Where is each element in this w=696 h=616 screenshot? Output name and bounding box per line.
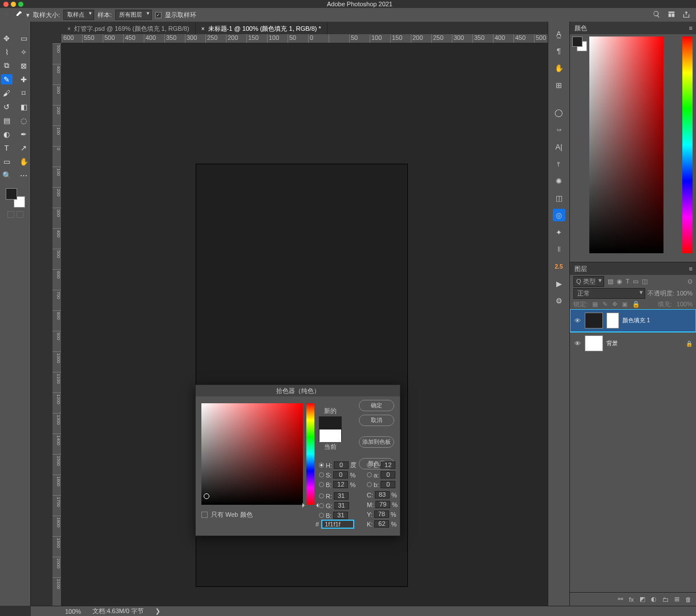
layer-name[interactable]: 背景 [606, 339, 618, 347]
a-radio[interactable] [367, 472, 372, 477]
hue-bar[interactable] [682, 37, 693, 253]
s-input[interactable]: 0 [333, 471, 348, 479]
mask-icon[interactable]: ◩ [640, 595, 645, 603]
link-icon[interactable]: ⚯ [618, 595, 623, 603]
hand-tool[interactable]: ✋ [18, 156, 30, 167]
hex-input[interactable]: 1f1f1f [321, 520, 354, 529]
character-panel-icon[interactable]: A̲ [553, 27, 565, 40]
r-input[interactable]: 31 [334, 492, 349, 500]
visibility-icon[interactable]: 👁 [573, 340, 581, 347]
filter-toggle[interactable]: ⊙ [687, 278, 693, 285]
dodge-tool[interactable]: ◐ [1, 129, 13, 139]
cancel-button[interactable]: 取消 [359, 415, 394, 426]
lock-icon[interactable]: ▦ [592, 301, 598, 308]
m-input[interactable]: 79 [375, 501, 390, 508]
a-input[interactable]: 0 [381, 471, 395, 479]
layer-thumbnail[interactable] [585, 313, 603, 329]
panel-icon-6[interactable]: ◎ [553, 209, 565, 221]
sample-dropdown[interactable]: 所有图层 [115, 10, 152, 20]
lasso-tool[interactable]: ⌇ [1, 47, 13, 57]
current-color-swatch[interactable] [319, 429, 341, 442]
lock-icon[interactable]: 🔒 [632, 301, 640, 308]
sample-size-dropdown[interactable]: 取样点 [63, 10, 94, 20]
l-input[interactable]: 12 [381, 461, 395, 469]
glyphs-panel-icon[interactable]: ⊞ [553, 79, 565, 91]
close-window[interactable] [3, 2, 9, 7]
opacity-value[interactable]: 100% [677, 290, 693, 297]
panel-icon-3[interactable]: ⫯ [553, 157, 565, 170]
quickmask-icon[interactable] [7, 211, 14, 218]
path-tool[interactable]: ↗ [18, 143, 30, 153]
share-icon[interactable] [682, 10, 690, 19]
brush-tool[interactable]: 🖌 [1, 88, 13, 98]
ruler-vertical[interactable]: 5004003002001000100200300400500600700800… [52, 43, 62, 606]
paragraph-panel-icon[interactable]: ¶ [553, 44, 565, 57]
close-tab-icon[interactable]: × [201, 26, 205, 32]
marquee-tool[interactable]: ▭ [18, 33, 30, 43]
foreground-swatch[interactable] [6, 188, 17, 200]
color-swatches[interactable] [6, 188, 25, 208]
k-input[interactable]: 62 [374, 520, 389, 528]
layer-filter-dropdown[interactable]: Q 类型 [573, 276, 604, 287]
panel-icon[interactable]: ✋ [553, 62, 565, 74]
panel-icon-7[interactable]: ✦ [553, 226, 565, 238]
type-tool[interactable]: T [1, 143, 13, 153]
panel-icon-2[interactable]: A| [553, 140, 565, 153]
b3-input[interactable]: 0 [381, 481, 395, 488]
c-input[interactable]: 83 [375, 491, 390, 499]
clone-tool[interactable]: ⌑ [18, 88, 30, 98]
blur-tool[interactable]: ◌ [18, 115, 30, 125]
lock-icon[interactable]: ✎ [602, 301, 608, 308]
workspace-icon[interactable] [667, 10, 675, 19]
fx-icon[interactable]: fx [629, 596, 634, 603]
timeline-value[interactable]: 2.5 [553, 260, 565, 273]
fill-value[interactable]: 100% [677, 301, 693, 307]
screenmode-icon[interactable] [17, 211, 23, 218]
healing-tool[interactable]: ✚ [18, 74, 30, 84]
layer-row[interactable]: 👁 颜色填充 1 [570, 309, 696, 332]
blend-mode-dropdown[interactable]: 正常 [573, 288, 645, 299]
layers-panel-header[interactable]: 图层≡ [570, 262, 696, 275]
eyedropper-tool-icon[interactable] [15, 10, 23, 19]
filter-icon[interactable]: ▭ [633, 278, 638, 285]
pen-tool[interactable]: ✒ [18, 129, 30, 139]
layer-row[interactable]: 👁 背景 🔒 [570, 332, 696, 355]
new-color-swatch[interactable] [319, 417, 341, 429]
layer-name[interactable]: 颜色填充 1 [622, 317, 650, 325]
ruler-horizontal[interactable]: 6005505004504003503002502001501005005010… [62, 34, 548, 43]
panel-menu-icon[interactable]: ≡ [689, 25, 696, 31]
trash-icon[interactable]: 🗑 [685, 596, 691, 603]
web-only-checkbox[interactable] [201, 512, 208, 518]
zoom-level[interactable]: 100% [65, 608, 81, 615]
properties-icon[interactable]: ⎃ [553, 123, 565, 136]
filter-icon[interactable]: ◫ [642, 278, 648, 285]
b2-input[interactable]: 31 [333, 512, 348, 519]
color-field[interactable] [589, 37, 663, 253]
b-input[interactable]: 12 [333, 481, 348, 488]
eyedropper-tool[interactable]: ✎ [1, 74, 13, 84]
ok-button[interactable]: 确定 [359, 400, 394, 411]
b2-radio[interactable] [319, 513, 324, 518]
g-input[interactable]: 31 [334, 502, 349, 509]
lock-icon[interactable]: ✥ [612, 301, 617, 308]
shape-tool[interactable]: ▭ [1, 156, 13, 167]
document-tab-1[interactable]: ×未标题-1 @ 100% (颜色填充 1, RGB/8) * [196, 23, 327, 34]
magic-wand-tool[interactable]: ✧ [18, 47, 30, 57]
adjustment-icon[interactable]: ◐ [651, 595, 657, 603]
gradient-tool[interactable]: ▤ [1, 115, 13, 125]
zoom-tool[interactable]: 🔍 [1, 170, 13, 180]
settings-icon[interactable]: ⚙ [553, 294, 565, 307]
filter-icon[interactable]: ▧ [608, 278, 613, 285]
filter-icon[interactable]: T [626, 278, 630, 285]
new-layer-icon[interactable]: ⊞ [674, 595, 679, 603]
panel-icon-4[interactable]: ✺ [553, 175, 565, 187]
document-tab-0[interactable]: ×灯管字.psd @ 169% (颜色填充 1, RGB/8) [62, 23, 196, 34]
y-input[interactable]: 78 [374, 510, 389, 518]
panel-icon-8[interactable]: ⫴ [553, 243, 565, 256]
doc-info[interactable]: 文档:4.63M/0 字节 [92, 607, 144, 615]
frame-tool[interactable]: ⊠ [18, 60, 30, 71]
show-ring-checkbox[interactable]: ✓ [155, 12, 161, 18]
close-tab-icon[interactable]: × [67, 26, 71, 32]
edit-toolbar[interactable]: ⋯ [18, 170, 30, 180]
panel-icon-5[interactable]: ◫ [553, 192, 565, 204]
